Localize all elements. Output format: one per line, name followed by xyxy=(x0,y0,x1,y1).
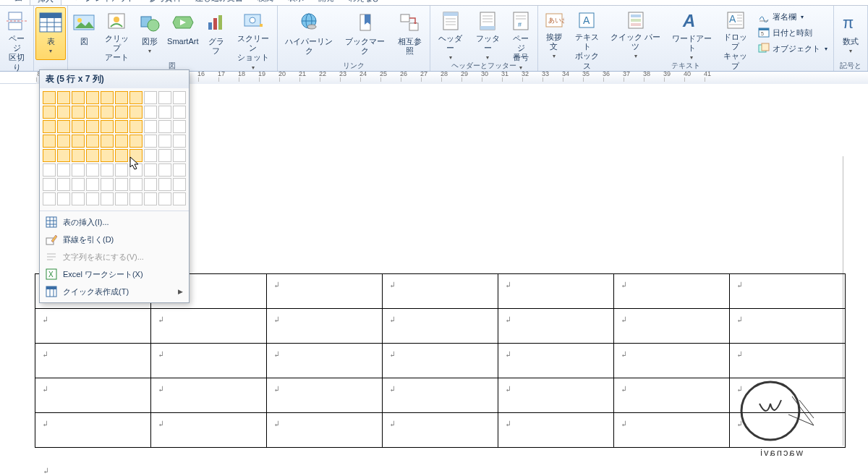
table-cell[interactable]: ↲ xyxy=(267,344,383,378)
grid-cell[interactable] xyxy=(129,91,142,104)
grid-cell[interactable] xyxy=(86,120,99,133)
grid-cell[interactable] xyxy=(158,149,171,162)
table-cell[interactable]: ↲ xyxy=(383,413,498,448)
tab-home[interactable]: ム xyxy=(7,0,30,6)
grid-cell[interactable] xyxy=(57,120,70,133)
table-cell[interactable]: ↲ xyxy=(151,344,267,378)
grid-cell[interactable] xyxy=(43,106,56,119)
grid-cell[interactable] xyxy=(144,106,157,119)
grid-cell[interactable] xyxy=(43,91,56,104)
grid-cell[interactable] xyxy=(144,91,157,104)
grid-cell[interactable] xyxy=(144,163,157,177)
grid-cell[interactable] xyxy=(158,120,171,133)
hyperlink-button[interactable]: ハイパーリンク xyxy=(279,7,339,60)
grid-cell[interactable] xyxy=(115,178,128,191)
table-cell[interactable]: ↲ xyxy=(35,309,151,344)
grid-cell[interactable] xyxy=(173,178,186,191)
clipart-button[interactable]: クリップ アート xyxy=(98,7,135,60)
table-cell[interactable]: ↲ xyxy=(383,378,498,413)
grid-cell[interactable] xyxy=(144,178,157,191)
grid-cell[interactable] xyxy=(173,149,186,162)
table-cell[interactable]: ↲ xyxy=(383,344,498,378)
excel-worksheet-menu[interactable]: X Excel ワークシート(X) xyxy=(40,265,189,283)
grid-cell[interactable] xyxy=(115,120,128,133)
grid-cell[interactable] xyxy=(43,178,56,191)
table-button[interactable]: 表 ▾ xyxy=(35,7,66,60)
grid-cell[interactable] xyxy=(144,135,157,148)
grid-cell[interactable] xyxy=(115,163,128,177)
grid-cell[interactable] xyxy=(72,106,85,119)
grid-cell[interactable] xyxy=(129,192,142,205)
grid-cell[interactable] xyxy=(72,163,85,177)
grid-cell[interactable] xyxy=(86,178,99,191)
grid-cell[interactable] xyxy=(101,120,114,133)
table-cell[interactable]: ↲ xyxy=(35,344,151,378)
grid-cell[interactable] xyxy=(158,135,171,148)
grid-cell[interactable] xyxy=(144,120,157,133)
tab-review[interactable]: 校閲 xyxy=(250,0,281,6)
grid-cell[interactable] xyxy=(86,135,99,148)
grid-cell[interactable] xyxy=(101,91,114,104)
table-cell[interactable]: ↲ xyxy=(614,378,730,413)
grid-cell[interactable] xyxy=(115,192,128,205)
grid-cell[interactable] xyxy=(86,106,99,119)
grid-cell[interactable] xyxy=(129,163,142,177)
table-cell[interactable]: ↲ xyxy=(151,378,267,413)
grid-cell[interactable] xyxy=(57,106,70,119)
table-cell[interactable]: ↲ xyxy=(614,344,730,378)
grid-cell[interactable] xyxy=(144,192,157,205)
grid-cell[interactable] xyxy=(72,91,85,104)
tab-waenabi[interactable]: わえなび xyxy=(341,0,388,6)
dropcap-button[interactable]: A ドロップ キャップ▾ xyxy=(717,7,754,60)
object-button[interactable]: オブジェクト▾ xyxy=(755,41,830,56)
grid-cell[interactable] xyxy=(57,163,70,177)
table-cell[interactable]: ↲ xyxy=(151,309,267,344)
quick-tables-menu[interactable]: クイック表作成(T) ▶ xyxy=(40,283,189,300)
grid-cell[interactable] xyxy=(158,192,171,205)
grid-cell[interactable] xyxy=(158,163,171,177)
grid-cell[interactable] xyxy=(101,106,114,119)
tab-developer[interactable]: 開発 xyxy=(311,0,341,6)
table-cell[interactable]: ↲ xyxy=(730,309,846,344)
grid-cell[interactable] xyxy=(86,149,99,162)
tab-insert[interactable]: 挿入 xyxy=(30,0,61,6)
grid-cell[interactable] xyxy=(101,163,114,177)
bookmark-button[interactable]: ブックマーク xyxy=(339,7,391,60)
table-cell[interactable]: ↲ xyxy=(267,309,383,344)
quickparts-button[interactable]: クイック パーツ▾ xyxy=(605,7,666,60)
page-break-button[interactable]: ページ 区切り xyxy=(1,7,32,60)
grid-cell[interactable] xyxy=(129,135,142,148)
chart-button[interactable]: グラフ xyxy=(201,7,231,60)
table-cell[interactable]: ↲ xyxy=(498,378,614,413)
header-button[interactable]: ヘッダー▾ xyxy=(432,7,469,60)
crossref-button[interactable]: 相互参照 xyxy=(391,7,429,60)
shapes-button[interactable]: 図形 ▾ xyxy=(135,7,164,60)
table-cell[interactable]: ↲ xyxy=(498,274,614,309)
table-cell[interactable]: ↲ xyxy=(151,413,267,448)
grid-cell[interactable] xyxy=(86,91,99,104)
grid-cell[interactable] xyxy=(57,149,70,162)
grid-cell[interactable] xyxy=(86,192,99,205)
greeting-button[interactable]: あいさつ 挨拶文▾ xyxy=(540,7,569,60)
table-cell[interactable]: ↲ xyxy=(730,274,846,309)
grid-cell[interactable] xyxy=(57,192,70,205)
grid-cell[interactable] xyxy=(144,149,157,162)
grid-cell[interactable] xyxy=(129,106,142,119)
grid-cell[interactable] xyxy=(43,120,56,133)
grid-cell[interactable] xyxy=(43,135,56,148)
pagenum-button[interactable]: # ページ 番号▾ xyxy=(506,7,536,60)
textbox-button[interactable]: A テキスト ボックス▾ xyxy=(569,7,605,60)
table-cell[interactable]: ↲ xyxy=(383,274,498,309)
draw-table-menu[interactable]: 罫線を引く(D) xyxy=(40,231,189,248)
grid-cell[interactable] xyxy=(129,149,142,162)
grid-cell[interactable] xyxy=(101,192,114,205)
table-cell[interactable]: ↲ xyxy=(614,413,730,448)
grid-cell[interactable] xyxy=(173,91,186,104)
grid-cell[interactable] xyxy=(158,91,171,104)
footer-button[interactable]: フッター▾ xyxy=(469,7,506,60)
screenshot-button[interactable]: スクリーン ショット ▾ xyxy=(231,7,276,60)
table-cell[interactable]: ↲ xyxy=(614,274,730,309)
smartart-button[interactable]: SmartArt xyxy=(164,7,201,60)
grid-cell[interactable] xyxy=(72,120,85,133)
grid-cell[interactable] xyxy=(173,192,186,205)
